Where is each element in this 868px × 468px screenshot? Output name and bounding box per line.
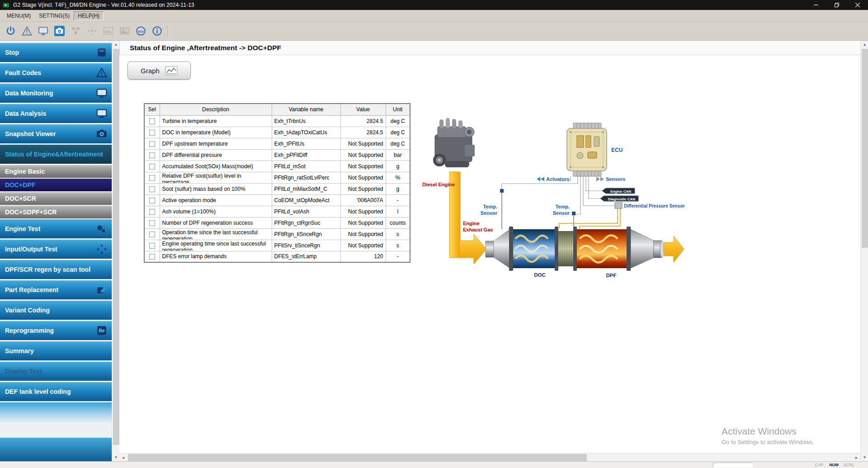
monitor-icon	[96, 108, 108, 119]
sidebar-item-label: DPF/SCR regen by scan tool	[5, 266, 90, 273]
close-button[interactable]	[847, 0, 868, 10]
sidebar-item-input-output-test[interactable]: Input/Output Test	[0, 240, 112, 259]
table-row: DPF differential pressureExh_pPFltDiffNo…	[144, 149, 410, 161]
main-content: Graph SelDescriptionVariable nameValueUn…	[119, 55, 860, 453]
scroll-down-arrow[interactable]: ▼	[112, 454, 120, 461]
row-select-checkbox[interactable]	[149, 198, 155, 203]
sidebar-item-label: Display Test	[5, 368, 42, 375]
scrollbar-thumb[interactable]	[128, 454, 587, 461]
svg-text:Sensor: Sensor	[481, 210, 498, 216]
row-select-checkbox[interactable]	[149, 243, 155, 249]
scroll-right-arrow[interactable]: ►	[853, 454, 860, 462]
row-select-checkbox[interactable]	[149, 186, 155, 192]
info-icon	[152, 26, 162, 36]
toolbar-button-snapshot[interactable]	[52, 24, 66, 38]
row-select-checkbox[interactable]	[149, 118, 155, 124]
minimize-button[interactable]	[806, 0, 826, 10]
scroll-up-arrow[interactable]: ▲	[112, 41, 120, 48]
scroll-up-arrow[interactable]: ▲	[861, 41, 868, 48]
sidebar-item-label: Snapshot Viewer	[5, 130, 56, 137]
vertical-scrollbar[interactable]: ▲ ▼	[860, 41, 868, 461]
sidebar-item-doc-scr[interactable]: DOC+SCR	[0, 192, 112, 205]
sidebar-item-label: Data Analysis	[5, 110, 46, 117]
row-select-checkbox[interactable]	[149, 152, 155, 158]
row-select-checkbox[interactable]	[149, 175, 155, 181]
menu-item-menu[interactable]: MENU(M)	[3, 11, 35, 20]
cell-description: Engine operating time since last success…	[160, 240, 272, 251]
row-select-checkbox[interactable]	[149, 254, 155, 260]
menu-item-setting[interactable]: SETTING(S)	[35, 11, 74, 20]
sidebar-item-reprogramming[interactable]: ReprogrammingRe	[0, 321, 112, 340]
dpf-label: DPF	[606, 273, 617, 278]
sidebar-item-data-analysis[interactable]: Data Analysis	[0, 104, 112, 123]
cell-variable-name: PFltLd_volAsh	[272, 206, 340, 217]
sidebar-item-status-engine-aftertreatment[interactable]: Status of Engine&Aftertreatment	[0, 145, 112, 164]
toolbar-button-monitor[interactable]	[36, 24, 50, 38]
cell-variable-name: PFltRgn_ctRgnSuc	[272, 217, 340, 228]
row-select-checkbox[interactable]	[149, 164, 155, 170]
cell-variable-name: PFltRgn_ratSotLvlPerc	[272, 172, 340, 183]
toolbar-button-fault[interactable]	[19, 24, 34, 38]
sidebar-item-summary[interactable]: Summary	[0, 341, 112, 360]
caps-lock-indicator: CAP	[811, 463, 826, 468]
graph-button[interactable]: Graph	[127, 61, 191, 80]
sidebar-item-variant-coding[interactable]: Variant Coding	[0, 301, 112, 320]
temp-sensor-1-marker	[500, 189, 504, 193]
sidebar-item-dpf-scr-regen[interactable]: DPF/SCR regen by scan tool	[0, 260, 112, 279]
row-select-checkbox[interactable]	[149, 220, 155, 226]
cell-description: Soot (sulfur) mass based on 100%	[160, 183, 272, 194]
ecu-icon: ecu	[136, 26, 146, 36]
restore-button[interactable]	[826, 0, 847, 10]
cell-description: DPF differential pressure	[160, 149, 272, 161]
sidebar-item-fault-codes[interactable]: Fault Codes	[0, 63, 112, 82]
stop-icon	[96, 47, 108, 58]
sidebar-item-display-test[interactable]: Display Test	[0, 362, 112, 381]
row-select-checkbox[interactable]	[149, 209, 155, 215]
toolbar-button-power[interactable]	[3, 24, 18, 38]
sidebar-item-stop[interactable]: Stop	[0, 43, 112, 62]
sidebar-item-label: DOC+SCR	[5, 195, 36, 202]
power-icon	[5, 26, 16, 36]
menu-item-help[interactable]: HELP(H)	[74, 11, 104, 20]
cell-variable-name: CoEOM_stOpModeAct	[272, 194, 340, 206]
toolbar-button-ecu[interactable]: ecu	[133, 24, 148, 38]
scroll-down-arrow[interactable]: ▼	[861, 454, 868, 461]
sidebar-item-label: Input/Output Test	[5, 246, 57, 253]
io-arrows-icon	[87, 26, 97, 36]
sidebar-item-label: Variant Coding	[5, 307, 50, 314]
sidebar-item-def-tank-level-coding[interactable]: DEF tank level coding	[0, 382, 112, 401]
sidebar-item-engine-test[interactable]: Engine Test	[0, 219, 112, 238]
temp-sensor-2-marker	[572, 212, 576, 215]
cell-value: '006A007A	[340, 194, 386, 206]
sidebar-scrollbar[interactable]: ▲ ▼	[112, 41, 119, 461]
sidebar: StopFault CodesData MonitoringData Analy…	[0, 41, 112, 461]
cell-description: Ash volume (1=100%)	[160, 206, 272, 217]
cell-value: Not Supported	[340, 183, 386, 194]
scrollbar-thumb[interactable]	[862, 49, 868, 248]
cell-value: 2824.5	[340, 115, 386, 127]
sidebar-item-part-replacement[interactable]: Part Replacement	[0, 280, 112, 299]
sidebar-item-doc-sdpf-scr[interactable]: DOC+SDPF+SCR	[0, 206, 112, 218]
exhaust-out-arrow	[664, 236, 684, 262]
sidebar-item-doc-dpf[interactable]: DOC+DPF	[0, 179, 112, 191]
cell-description: DPF upstream temperature	[160, 138, 272, 149]
temp-sensor-1-label: Temp.	[483, 204, 497, 209]
sidebar-item-snapshot-viewer[interactable]: Snapshot Viewer	[0, 124, 112, 143]
table-row: Engine operating time since last success…	[144, 240, 410, 251]
sidebar-item-data-monitoring[interactable]: Data Monitoring	[0, 84, 112, 103]
sidebar-item-engine-basic[interactable]: Engine Basic	[0, 165, 112, 178]
differential-pressure-sensor-box	[615, 203, 622, 208]
scroll-left-arrow[interactable]: ◄	[119, 454, 127, 462]
cell-variable-name: Exh_tTrbnUs	[272, 115, 340, 127]
scrollbar-thumb[interactable]	[113, 49, 119, 445]
row-select-checkbox[interactable]	[149, 232, 155, 237]
status-bar: CAP NUM SCRL	[0, 461, 868, 468]
eol-icon: EOL	[103, 26, 113, 36]
cell-variable-name: DFES_stErrLamp	[272, 251, 340, 262]
horizontal-scrollbar[interactable]: ◄ ►	[119, 453, 860, 461]
doc-label: DOC	[534, 272, 546, 278]
row-select-checkbox[interactable]	[149, 141, 155, 147]
row-select-checkbox[interactable]	[149, 130, 155, 136]
cell-description: Turbine in temperature	[160, 115, 272, 127]
toolbar-button-info[interactable]	[150, 24, 164, 38]
